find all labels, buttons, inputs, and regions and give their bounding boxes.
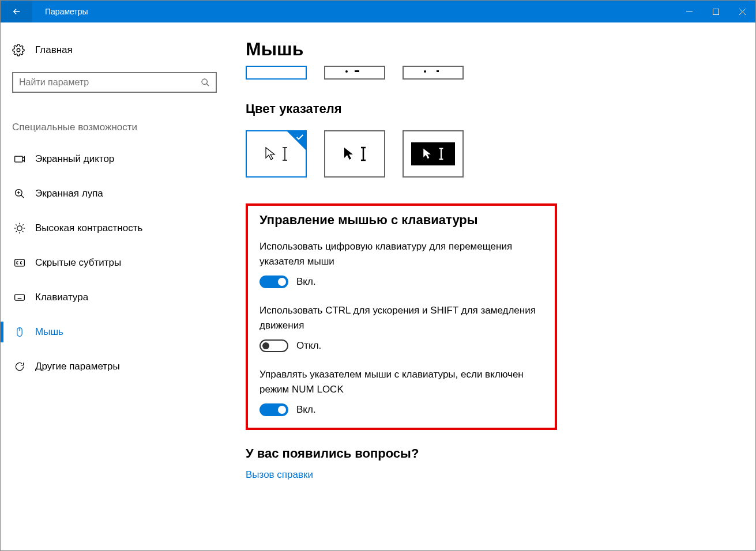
sidebar-item-label: Скрытые субтитры — [35, 257, 121, 269]
cursor-dots-icon — [422, 69, 445, 77]
pointer-size-option-2[interactable] — [324, 66, 385, 80]
questions-heading: У вас появились вопросы? — [246, 446, 732, 461]
maximize-icon — [713, 9, 719, 15]
window-title: Параметры — [45, 7, 676, 16]
main-content: Мышь Цвет указателя — [225, 22, 755, 550]
sidebar-section-label: Специальные возможности — [12, 122, 225, 133]
search-input-wrapper[interactable] — [12, 72, 217, 93]
sidebar-item-label: Клавиатура — [35, 292, 88, 303]
maximize-button[interactable] — [702, 1, 729, 22]
mouse-icon — [13, 326, 26, 338]
setting-2-toggle[interactable] — [259, 339, 288, 352]
pointer-size-option-3[interactable] — [403, 66, 464, 80]
sidebar-item-label: Мышь — [35, 326, 63, 338]
keyboard-mouse-heading: Управление мышью с клавиатуры — [259, 213, 543, 228]
pointer-color-heading: Цвет указателя — [246, 101, 732, 116]
setting-3-state: Вкл. — [296, 404, 316, 416]
window-controls — [676, 1, 755, 22]
setting-3-toggle[interactable] — [259, 403, 288, 416]
svg-point-5 — [202, 79, 207, 84]
svg-line-19 — [16, 231, 17, 232]
home-label: Главная — [35, 44, 73, 56]
contrast-icon — [13, 222, 26, 235]
setting-1-toggle-row: Вкл. — [259, 276, 543, 288]
setting-1-state: Вкл. — [296, 276, 316, 288]
setting-3-toggle-row: Вкл. — [259, 403, 543, 416]
sidebar-item-closed-captions[interactable]: Скрытые субтитры — [12, 248, 225, 277]
sidebar-item-other[interactable]: Другие параметры — [12, 352, 225, 381]
narrator-icon — [13, 153, 26, 165]
captions-icon — [13, 256, 26, 269]
sidebar-nav: Экранный диктор Экранная лупа Высокая ко… — [12, 145, 225, 381]
svg-rect-33 — [437, 70, 439, 72]
page-title: Мышь — [246, 39, 732, 60]
sidebar-item-label: Экранный диктор — [35, 153, 114, 165]
cursor-black-preview — [343, 146, 366, 161]
setting-1-toggle[interactable] — [259, 276, 288, 288]
sidebar-item-high-contrast[interactable]: Высокая контрастность — [12, 214, 225, 243]
svg-rect-7 — [15, 156, 22, 162]
svg-point-30 — [345, 70, 348, 73]
svg-line-6 — [206, 84, 209, 86]
setting-2-toggle-row: Откл. — [259, 339, 543, 352]
cursor-inverted-preview — [411, 142, 455, 165]
search-icon — [201, 78, 210, 87]
sidebar-item-mouse[interactable]: Мышь — [12, 318, 225, 346]
home-button[interactable]: Главная — [12, 39, 225, 62]
svg-line-9 — [21, 195, 24, 198]
check-icon — [295, 133, 304, 142]
svg-rect-31 — [355, 70, 359, 72]
svg-point-12 — [17, 226, 22, 231]
close-button[interactable] — [729, 1, 755, 22]
gear-icon — [12, 44, 25, 56]
svg-line-15 — [16, 224, 17, 225]
cursor-white-preview — [265, 146, 288, 161]
magnifier-icon — [13, 187, 26, 200]
svg-rect-21 — [15, 259, 25, 266]
setting-1-label: Использовать цифровую клавиатуру для пер… — [259, 239, 542, 269]
pointer-size-row — [246, 66, 732, 80]
back-button[interactable] — [1, 1, 32, 22]
setting-2-label: Использовать CTRL для ускорения и SHIFT … — [259, 303, 542, 333]
sidebar-item-label: Высокая контрастность — [35, 222, 142, 234]
pointer-color-black[interactable] — [324, 130, 385, 178]
help-link[interactable]: Вызов справки — [246, 469, 732, 481]
sidebar-item-keyboard[interactable]: Клавиатура — [12, 283, 225, 312]
sidebar-item-label: Другие параметры — [35, 361, 120, 372]
minimize-button[interactable] — [676, 1, 702, 22]
pointer-color-inverted[interactable] — [403, 130, 464, 178]
svg-line-16 — [22, 231, 24, 232]
sync-icon — [13, 360, 26, 373]
arrow-left-icon — [12, 6, 22, 17]
questions-section: У вас появились вопросы? Вызов справки — [246, 446, 732, 481]
keyboard-icon — [13, 291, 26, 304]
pointer-color-row — [246, 130, 732, 178]
pointer-size-option-1[interactable] — [246, 66, 307, 80]
svg-rect-1 — [713, 9, 719, 14]
title-bar: Параметры — [1, 1, 755, 22]
close-icon — [739, 9, 746, 15]
sidebar-item-narrator[interactable]: Экранный диктор — [12, 145, 225, 173]
svg-point-4 — [17, 48, 20, 52]
sidebar-item-label: Экранная лупа — [35, 188, 103, 199]
minimize-icon — [686, 9, 693, 15]
svg-point-32 — [424, 70, 426, 73]
svg-line-20 — [22, 224, 24, 225]
search-input[interactable] — [19, 77, 201, 88]
sidebar: Главная Специальные возможности Экранный… — [1, 22, 225, 550]
svg-rect-22 — [15, 295, 25, 300]
keyboard-mouse-section: Управление мышью с клавиатуры Использова… — [246, 203, 557, 430]
setting-2-state: Откл. — [296, 340, 321, 352]
cursor-dots-icon — [343, 69, 366, 77]
setting-3-label: Управлять указателем мыши с клавиатуры, … — [259, 367, 542, 397]
pointer-color-white[interactable] — [246, 130, 307, 178]
sidebar-item-magnifier[interactable]: Экранная лупа — [12, 179, 225, 208]
